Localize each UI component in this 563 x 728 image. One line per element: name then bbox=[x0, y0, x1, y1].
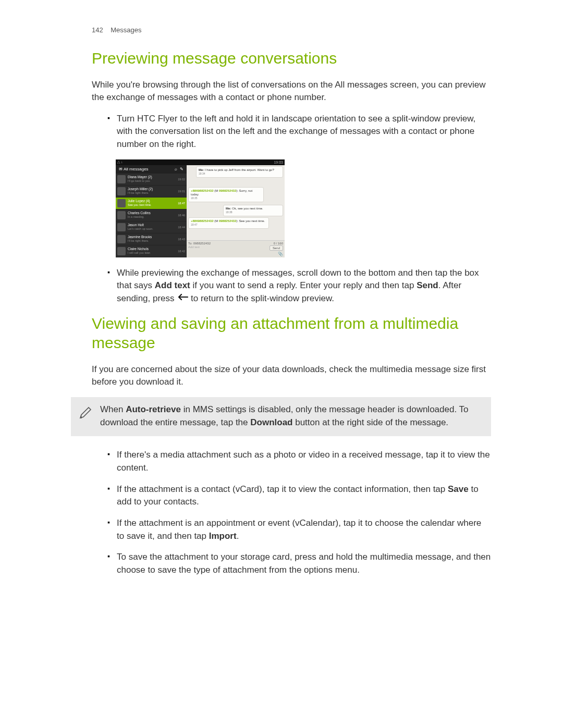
list-item: While previewing the exchange of message… bbox=[92, 267, 491, 305]
conversation-row[interactable]: Jasmine BrooksI'll be right there.18:43 bbox=[116, 233, 187, 245]
avatar bbox=[117, 187, 126, 195]
char-counter: 0 / 160 bbox=[274, 242, 283, 245]
compose-area[interactable]: To: 0988252432 0 / 160 Add text Send 📎 bbox=[187, 240, 285, 257]
conversation-row[interactable]: Claire NicholsI will call you later.18:4… bbox=[116, 245, 187, 257]
avatar bbox=[117, 175, 126, 183]
running-header: 142 Messages bbox=[92, 26, 491, 34]
status-time: 19:03 bbox=[274, 161, 283, 164]
avatar bbox=[117, 247, 126, 255]
compose-to: To: 0988252432 bbox=[188, 242, 211, 245]
search-icon[interactable]: ⌕ bbox=[173, 167, 179, 171]
note-icon bbox=[75, 403, 100, 423]
list-item: If there's a media attachment such as a … bbox=[92, 449, 491, 474]
status-icons-left: △ ↓ bbox=[117, 160, 123, 164]
page-number: 142 bbox=[92, 26, 103, 34]
avatar bbox=[117, 199, 126, 207]
all-messages-label: All messages bbox=[124, 167, 149, 171]
conversation-row[interactable]: Charles CollinsIn a meeting.18:46 bbox=[116, 209, 187, 221]
avatar bbox=[117, 211, 126, 219]
list-item: If the attachment is a contact (vCard), … bbox=[92, 483, 491, 509]
compose-icon[interactable]: ✎ bbox=[179, 167, 185, 171]
conversation-row[interactable]: Julie Lopez (4)See you next time.18:47 bbox=[116, 198, 187, 209]
conversation-row[interactable]: Joseph Miller (2)I'll be right there.19:… bbox=[116, 186, 187, 198]
attach-intro: If you are concerned about the size of y… bbox=[92, 363, 491, 389]
screenshot-split-preview: △ ↓ 19:03 ✉ All messages ⌕ ✎ Diana Mayer… bbox=[116, 159, 285, 257]
list-item: If the attachment is an appointment or e… bbox=[92, 517, 491, 542]
conversation-row[interactable]: Diana Mayer (2)I'll go back to you.19:02 bbox=[116, 174, 187, 186]
list-item: Turn HTC Flyer to the left and hold it i… bbox=[92, 113, 491, 151]
list-item: To save the attachment to your storage c… bbox=[92, 551, 491, 576]
heading-attachment: Viewing and saving an attachment from a … bbox=[92, 314, 491, 353]
avatar bbox=[117, 235, 126, 243]
msg-icon: ✉ bbox=[118, 167, 124, 171]
heading-previewing: Previewing message conversations bbox=[92, 48, 491, 68]
intro-paragraph: While you're browsing through the list o… bbox=[92, 79, 491, 104]
compose-placeholder[interactable]: Add text bbox=[188, 245, 200, 249]
note-box: When Auto-retrieve in MMS settings is di… bbox=[71, 397, 491, 436]
conversation-row[interactable]: Jason HoltLet's catch up soon.18:44 bbox=[116, 221, 187, 233]
avatar bbox=[117, 223, 126, 231]
back-icon bbox=[177, 292, 188, 305]
send-button[interactable]: Send bbox=[270, 245, 283, 251]
section-name: Messages bbox=[111, 26, 141, 34]
attachment-icon[interactable]: 📎 bbox=[278, 252, 283, 256]
